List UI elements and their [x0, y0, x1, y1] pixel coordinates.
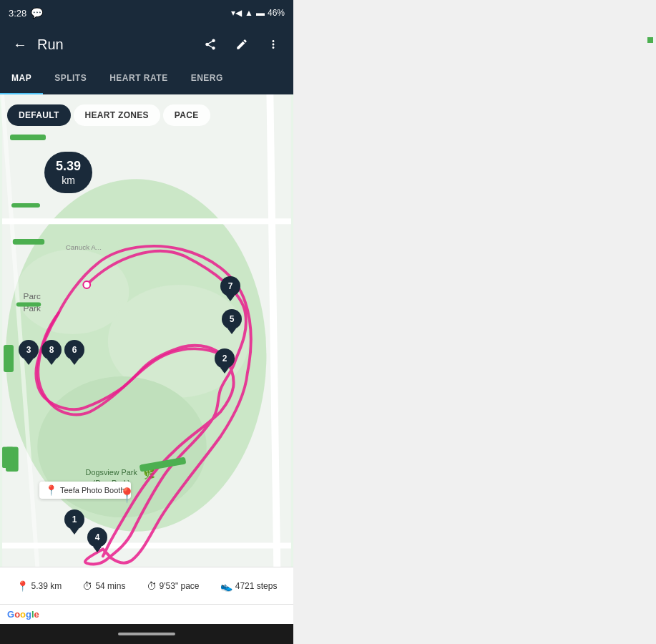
nav-bar: [0, 624, 293, 644]
pin-3: 3: [19, 340, 39, 360]
toggle-pace[interactable]: PACE: [163, 104, 210, 126]
whatsapp-icon: 💬: [31, 7, 43, 19]
google-logo-bar: Google: [0, 604, 293, 624]
tab-energy[interactable]: ENERG: [180, 63, 235, 94]
edit-button[interactable]: [229, 31, 255, 57]
page-title: Run: [37, 36, 197, 53]
battery-icon: ▬: [256, 8, 265, 18]
back-button[interactable]: ←: [7, 31, 33, 57]
map-marker-icon: 📍: [118, 487, 136, 504]
time-icon: ⏱: [82, 580, 92, 592]
green-stripe-1: [10, 135, 46, 140]
battery-percent: 46%: [268, 8, 285, 18]
stat-steps: 👟 4721 steps: [220, 580, 278, 592]
location-label-text: Teefa Photo Booth: [60, 486, 125, 494]
pin-8-bubble: 8: [41, 340, 62, 360]
status-bar: 3:28 💬 ▾◀ ▲ ▬ 46%: [0, 0, 293, 26]
pin-5-bubble: 5: [222, 309, 242, 329]
svg-text:Parc: Parc: [24, 291, 41, 301]
pin-2-bubble: 2: [215, 348, 235, 369]
pin-8: 8: [41, 340, 62, 360]
time-display: 3:28: [9, 8, 26, 19]
tab-map[interactable]: MAP: [0, 63, 43, 94]
green-stripe-2: [11, 203, 40, 208]
location-pin-icon: 📍: [45, 484, 57, 496]
top-bar: ← Run: [0, 26, 293, 63]
map-toggles: DEFAULT HEART ZONES PACE: [7, 104, 210, 126]
distance-unit: km: [56, 175, 81, 187]
pin-3-bubble: 3: [19, 340, 39, 360]
pin-6-bubble: 6: [64, 340, 84, 360]
more-button[interactable]: [260, 31, 286, 57]
svg-rect-21: [2, 447, 14, 469]
google-logo: Google: [7, 609, 39, 620]
stat-time: ⏱ 54 mins: [82, 580, 125, 592]
distance-stat-value: 5.39 km: [31, 581, 62, 591]
tab-bar: MAP SPLITS HEART RATE ENERG: [0, 63, 293, 94]
pace-stat-value: 9'53" pace: [160, 581, 200, 591]
stat-distance: 📍 5.39 km: [16, 580, 62, 592]
svg-point-20: [83, 281, 90, 288]
green-dot: [647, 37, 653, 43]
pace-icon: ⏱: [147, 580, 157, 592]
pin-7: 7: [220, 276, 240, 296]
top-actions: [197, 31, 286, 57]
stat-pace: ⏱ 9'53" pace: [147, 580, 200, 592]
signal-icon: ▾◀: [231, 8, 242, 18]
steps-icon: 👟: [220, 580, 232, 592]
steps-stat-value: 4721 steps: [235, 581, 278, 591]
bottom-stats-bar: 📍 5.39 km ⏱ 54 mins ⏱ 9'53" pace 👟 4721 …: [0, 567, 293, 604]
location-label: 📍 Teefa Photo Booth: [39, 482, 131, 499]
pin-2: 2: [215, 348, 235, 369]
share-button[interactable]: [197, 31, 223, 57]
svg-rect-14: [16, 303, 41, 307]
svg-text:Canuck A...: Canuck A...: [66, 243, 102, 251]
wifi-icon: ▲: [245, 8, 253, 18]
distance-icon: 📍: [16, 580, 29, 592]
distance-marker: 5.39 km: [44, 152, 92, 193]
distance-value: 5.39: [56, 159, 81, 175]
svg-text:Dogsview Park: Dogsview Park: [86, 468, 138, 477]
pin-5: 5: [222, 309, 242, 329]
pin-1-bubble: 1: [64, 509, 84, 530]
green-stripe-3: [4, 345, 14, 372]
pin-6: 6: [64, 340, 84, 360]
toggle-default[interactable]: DEFAULT: [7, 104, 71, 126]
pin-1: 1: [64, 509, 84, 530]
tab-heart-rate[interactable]: HEART RATE: [98, 63, 179, 94]
time-stat-value: 54 mins: [95, 581, 125, 591]
pin-7-bubble: 7: [220, 276, 240, 296]
pin-4: 4: [87, 527, 107, 547]
home-indicator[interactable]: [118, 633, 175, 635]
tab-splits[interactable]: SPLITS: [43, 63, 98, 94]
map-container: Canuck A... Parc Park Dogsview Park (Dog…: [0, 94, 293, 567]
svg-rect-13: [13, 239, 44, 245]
toggle-heart-zones[interactable]: HEART ZONES: [74, 104, 160, 126]
pin-4-bubble: 4: [87, 527, 107, 547]
